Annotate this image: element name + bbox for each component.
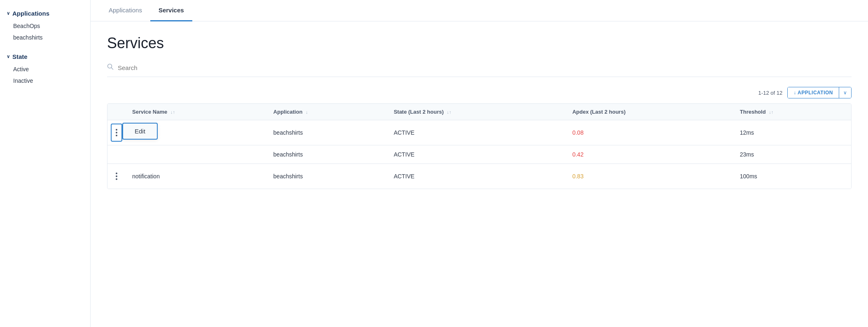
- state-cell: ACTIVE: [387, 164, 566, 189]
- col-service-name[interactable]: Service Name ↓↑: [126, 104, 267, 120]
- kebab-button-delivery[interactable]: [111, 124, 122, 142]
- edit-popup-delivery[interactable]: Edit: [122, 123, 158, 140]
- chevron-down-icon-state: ∨: [7, 54, 10, 59]
- sidebar-applications-header[interactable]: ∨ Applications: [0, 7, 90, 20]
- table-header-row: Service Name ↓↑ Application ↓ State (Las…: [107, 104, 851, 120]
- col-application[interactable]: Application ↓: [267, 104, 387, 120]
- table-row: Edit delivery beachshirts ACTIVE 0.08 12…: [107, 120, 851, 145]
- context-menu-cell-notification: [107, 164, 126, 189]
- service-name-cell: [126, 145, 267, 164]
- main-content: Applications Services Services 1-12 of 1…: [91, 0, 868, 327]
- chevron-down-icon: ∨: [7, 11, 10, 16]
- svg-line-1: [112, 68, 113, 70]
- tab-services[interactable]: Services: [150, 0, 192, 21]
- sidebar-item-beachops[interactable]: BeachOps: [0, 20, 90, 32]
- sidebar-state-header[interactable]: ∨ State: [0, 50, 90, 63]
- sort-arrows-service: ↓↑: [170, 110, 175, 114]
- sidebar-item-beachshirts[interactable]: beachshirts: [0, 32, 90, 43]
- sidebar-state-label: State: [12, 53, 28, 60]
- service-name-cell: notification: [126, 164, 267, 189]
- page-title: Services: [107, 35, 852, 52]
- search-input[interactable]: [118, 64, 241, 71]
- table-row: beachshirts ACTIVE 0.42 23ms: [107, 145, 851, 164]
- sort-arrows-state: ↓↑: [447, 110, 451, 114]
- kebab-button-notification[interactable]: [111, 167, 122, 185]
- threshold-cell: 12ms: [733, 120, 851, 145]
- sidebar-state-section: ∨ State Active Inactive: [0, 50, 90, 86]
- application-cell: beachshirts: [267, 164, 387, 189]
- col-apdex: Apdex (Last 2 hours): [566, 104, 733, 120]
- threshold-cell: 23ms: [733, 145, 851, 164]
- sort-arrows-application: ↓: [306, 110, 308, 114]
- sidebar-applications-section: ∨ Applications BeachOps beachshirts: [0, 7, 90, 43]
- table-toolbar: 1-12 of 12 ↓ APPLICATION ∨: [107, 87, 852, 98]
- application-cell: beachshirts: [267, 145, 387, 164]
- sidebar-applications-label: Applications: [12, 10, 49, 17]
- state-cell: ACTIVE: [387, 120, 566, 145]
- apdex-cell: 0.08: [566, 120, 733, 145]
- sort-arrows-threshold: ↓↑: [769, 110, 773, 114]
- tab-applications[interactable]: Applications: [100, 0, 150, 21]
- col-state[interactable]: State (Last 2 hours) ↓↑: [387, 104, 566, 120]
- context-menu-cell-delivery: Edit: [107, 120, 126, 145]
- state-cell: ACTIVE: [387, 145, 566, 164]
- table-row: notification beachshirts ACTIVE 0.83 100…: [107, 164, 851, 189]
- sort-application-button[interactable]: ↓ APPLICATION ∨: [787, 87, 852, 98]
- search-bar: [107, 63, 852, 77]
- threshold-cell: 100ms: [733, 164, 851, 189]
- col-threshold[interactable]: Threshold ↓↑: [733, 104, 851, 120]
- apdex-cell: 0.42: [566, 145, 733, 164]
- sort-application-label: ↓ APPLICATION: [788, 87, 839, 98]
- col-context-menu: [107, 104, 126, 120]
- content-area: Services 1-12 of 12 ↓ APPLICATION ∨: [91, 21, 868, 327]
- pagination-text: 1-12 of 12: [758, 90, 783, 96]
- services-table: Service Name ↓↑ Application ↓ State (Las…: [107, 103, 852, 189]
- sidebar-item-inactive[interactable]: Inactive: [0, 75, 90, 86]
- tabs-bar: Applications Services: [91, 0, 868, 21]
- sidebar: ∨ Applications BeachOps beachshirts ∨ St…: [0, 0, 91, 327]
- sort-button-chevron-icon: ∨: [839, 87, 851, 98]
- search-icon: [107, 63, 114, 72]
- application-cell: beachshirts: [267, 120, 387, 145]
- apdex-cell: 0.83: [566, 164, 733, 189]
- context-menu-cell-2: [107, 145, 126, 164]
- sidebar-item-active[interactable]: Active: [0, 63, 90, 75]
